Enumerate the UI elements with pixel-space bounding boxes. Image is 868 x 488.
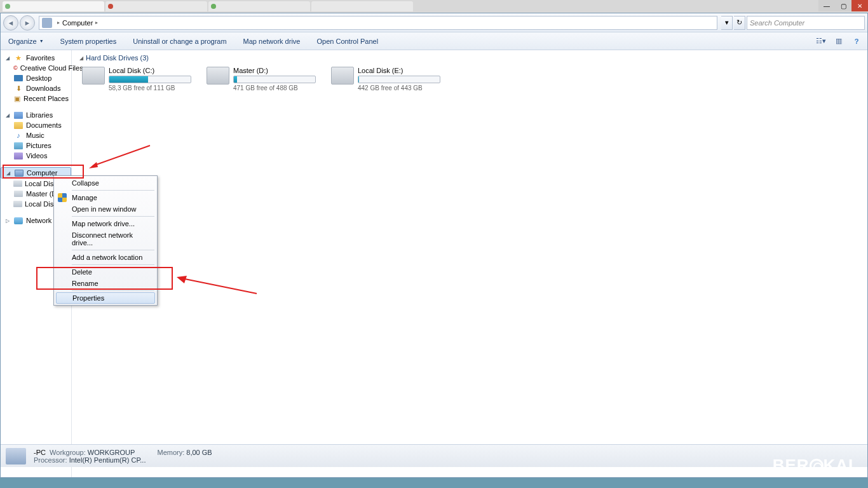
window-close-button[interactable]: ✕ [851, 0, 868, 11]
computer-icon [14, 168, 24, 177]
context-menu: CollapseManageOpen in new windowMap netw… [53, 175, 158, 306]
drive-usage-bar [109, 76, 191, 83]
refresh-button[interactable]: ↻ [734, 16, 745, 30]
window-maximize-button[interactable]: ▢ [835, 0, 851, 11]
menu-item-add-a-network-location[interactable]: Add a network location [55, 252, 156, 263]
drive-tile[interactable]: Master (D:) 471 GB free of 488 GB [204, 64, 318, 94]
browser-tab[interactable] [311, 1, 413, 11]
menu-item-collapse[interactable]: Collapse [55, 177, 156, 189]
computer-icon [42, 18, 52, 28]
status-pc-name: -PC [34, 449, 46, 456]
tree-documents[interactable]: Documents [1, 120, 71, 130]
address-dropdown-button[interactable]: ▾ [721, 16, 733, 30]
system-properties-button[interactable]: System properties [57, 35, 121, 48]
videos-icon [13, 151, 24, 160]
status-bar: -PC Workgroup: WORKGROUP Memory: 8,00 GB… [1, 444, 867, 467]
drive-icon [331, 67, 354, 85]
breadcrumb-separator-icon: ▸ [95, 20, 98, 25]
command-bar: Organize▼ System properties Uninstall or… [1, 32, 867, 50]
desktop-icon [13, 74, 24, 83]
drive-usage-bar [358, 76, 440, 83]
breadcrumb-separator-icon: ▸ [57, 20, 60, 25]
shield-icon [58, 193, 68, 203]
menu-separator [72, 216, 154, 217]
address-bar-row: ◄ ► ▸ Computer ▸ ▾ ↻ Search Computer [1, 13, 867, 32]
menu-separator [72, 250, 154, 250]
tree-pictures[interactable]: Pictures [1, 140, 71, 151]
tree-music[interactable]: ♪Music [1, 130, 71, 140]
menu-separator [72, 264, 154, 265]
menu-separator [72, 290, 154, 291]
drive-tile[interactable]: Local Disk (E:) 442 GB free of 443 GB [329, 64, 443, 94]
browser-tab[interactable] [3, 1, 104, 11]
content-pane: ◢ Hard Disk Drives (3) Local Disk (C:) 5… [72, 50, 867, 477]
drive-icon [13, 200, 22, 208]
tree-libraries[interactable]: ◢Libraries [1, 110, 71, 120]
page-border [0, 478, 868, 488]
browser-tab[interactable] [208, 1, 310, 11]
tree-favorites[interactable]: ◢★Favorites [1, 53, 71, 63]
tree-creative-cloud[interactable]: ©Creative Cloud Files [1, 63, 71, 73]
watermark: BERKAL [773, 456, 859, 475]
star-icon: ★ [13, 53, 24, 62]
folder-icon [13, 121, 24, 130]
browser-tab-strip: — ▢ ✕ [0, 0, 868, 13]
menu-item-rename[interactable]: Rename [55, 278, 156, 289]
libraries-icon [13, 111, 24, 119]
tree-desktop[interactable]: Desktop [1, 73, 71, 83]
music-icon: ♪ [13, 131, 24, 140]
browser-tab[interactable] [105, 1, 207, 11]
downloads-icon: ⬇ [13, 84, 24, 93]
preview-pane-button[interactable]: ▥ [832, 35, 846, 48]
drives-section-header[interactable]: ◢ Hard Disk Drives (3) [79, 54, 860, 62]
drive-icon [13, 189, 24, 198]
menu-item-map-network-drive-[interactable]: Map network drive... [55, 218, 156, 229]
breadcrumb-computer[interactable]: Computer [62, 19, 93, 27]
pictures-icon [13, 141, 24, 150]
menu-item-disconnect-network-drive-[interactable]: Disconnect network drive... [55, 229, 156, 248]
tree-videos[interactable]: Videos [1, 151, 71, 161]
nav-forward-button[interactable]: ► [20, 15, 35, 30]
window-minimize-button[interactable]: — [818, 0, 835, 11]
menu-separator [72, 190, 154, 191]
drive-name: Local Disk (E:) [358, 67, 440, 74]
organize-menu[interactable]: Organize▼ [4, 35, 48, 48]
search-input[interactable]: Search Computer [747, 16, 865, 30]
help-button[interactable]: ? [850, 35, 864, 48]
drive-free-text: 471 GB free of 488 GB [233, 85, 316, 92]
drive-name: Local Disk (C:) [109, 67, 191, 74]
drive-icon [82, 67, 105, 85]
drive-free-text: 58,3 GB free of 111 GB [109, 85, 191, 92]
drive-free-text: 442 GB free of 443 GB [358, 85, 440, 92]
nav-back-button[interactable]: ◄ [3, 15, 18, 30]
drive-name: Master (D:) [233, 67, 316, 74]
network-icon [13, 216, 24, 225]
menu-item-properties[interactable]: Properties [56, 292, 155, 304]
uninstall-program-button[interactable]: Uninstall or change a program [129, 35, 230, 48]
drive-icon [207, 67, 229, 85]
menu-item-manage[interactable]: Manage [55, 192, 156, 203]
tree-downloads[interactable]: ⬇Downloads [1, 83, 71, 93]
logo-ring-icon [810, 459, 824, 473]
open-control-panel-button[interactable]: Open Control Panel [313, 35, 382, 48]
creative-cloud-icon: © [13, 64, 18, 72]
computer-large-icon [6, 448, 26, 464]
menu-item-open-in-new-window[interactable]: Open in new window [55, 203, 156, 215]
view-options-button[interactable]: ☷▾ [814, 35, 828, 48]
drive-icon [13, 179, 22, 188]
drive-usage-bar [233, 76, 316, 83]
address-bar[interactable]: ▸ Computer ▸ [39, 16, 717, 30]
menu-item-delete[interactable]: Delete [55, 266, 156, 278]
recent-icon: ▣ [13, 94, 21, 103]
tree-recent-places[interactable]: ▣Recent Places [1, 93, 71, 104]
map-network-drive-button[interactable]: Map network drive [240, 35, 304, 48]
drive-tile[interactable]: Local Disk (C:) 58,3 GB free of 111 GB [79, 64, 194, 94]
